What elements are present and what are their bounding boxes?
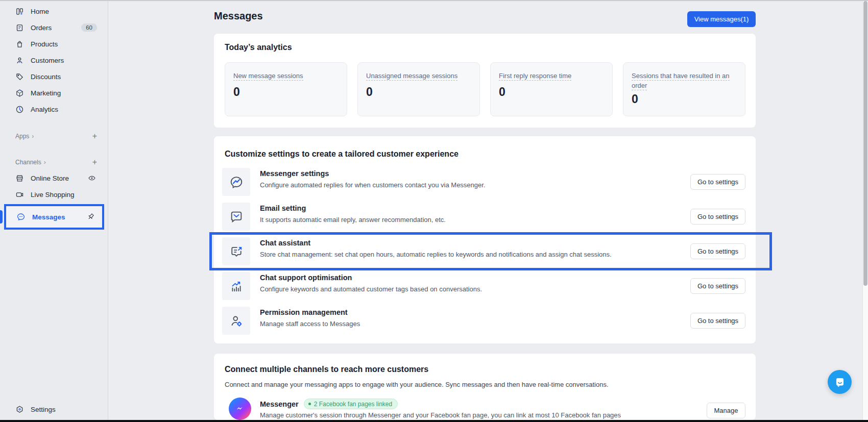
go-to-settings-button[interactable]: Go to settings bbox=[690, 278, 745, 294]
sidebar-item-live-shopping[interactable]: Live Shopping bbox=[0, 186, 108, 203]
visibility-eye-icon[interactable] bbox=[88, 174, 96, 182]
discounts-icon bbox=[15, 72, 24, 81]
stat-label: Sessions that have resulted in an order bbox=[632, 72, 730, 90]
connect-channels-card: Connect multiple channels to reach more … bbox=[214, 354, 756, 420]
go-to-settings-button[interactable]: Go to settings bbox=[690, 243, 745, 259]
setting-row-email-setting: Email setting It supports automatic emai… bbox=[222, 203, 748, 231]
channel-name: Messenger bbox=[260, 400, 299, 408]
sidebar-item-label: Orders bbox=[31, 24, 52, 32]
sidebar-item-label: Discounts bbox=[31, 73, 61, 81]
customize-settings-card: Customize settings to create a tailored … bbox=[214, 136, 756, 343]
stat-label: Unassigned message sessions bbox=[366, 72, 457, 81]
setting-title: Messenger settings bbox=[260, 169, 648, 178]
products-icon bbox=[15, 40, 24, 48]
setting-row-text: Permission management Manage staff acces… bbox=[260, 308, 648, 328]
sidebar-item-customers[interactable]: Customers bbox=[0, 52, 108, 68]
window-top-edge bbox=[0, 0, 868, 1]
add-app-button[interactable]: + bbox=[92, 132, 97, 140]
active-nav-indicator bbox=[0, 210, 3, 224]
setting-row-permission-management: Permission management Manage staff acces… bbox=[222, 307, 748, 335]
chat-launcher-button[interactable] bbox=[828, 370, 852, 394]
setting-row-text: Messenger settings Configure automated r… bbox=[260, 169, 648, 189]
channel-row-messenger: Messenger 2 Facebook fan pages linked Ma… bbox=[222, 395, 748, 420]
storefront-icon bbox=[15, 174, 24, 183]
sidebar-section-channels[interactable]: Channels › + bbox=[0, 156, 108, 168]
setting-title: Permission management bbox=[260, 308, 648, 316]
connect-card-description: Connect and manage your messaging apps t… bbox=[225, 381, 609, 388]
sidebar-item-label: Live Shopping bbox=[31, 191, 75, 198]
manage-button[interactable]: Manage bbox=[707, 403, 745, 418]
customers-icon bbox=[15, 56, 24, 65]
sidebar-item-online-store[interactable]: Online Store bbox=[0, 170, 108, 186]
pin-icon[interactable] bbox=[86, 213, 95, 221]
sidebar-section-apps[interactable]: Apps › + bbox=[0, 130, 108, 142]
setting-row-chat-assistant: Chat assistant Store chat management: se… bbox=[222, 237, 748, 266]
email-reply-icon bbox=[222, 203, 250, 231]
video-camera-icon bbox=[15, 190, 24, 199]
setting-description: It supports automatic email reply, answe… bbox=[260, 216, 648, 224]
trend-chart-icon bbox=[222, 272, 250, 300]
setting-description: Configure automated replies for when cus… bbox=[260, 181, 648, 189]
sidebar-item-discounts[interactable]: Discounts bbox=[0, 68, 108, 85]
messenger-outline-icon bbox=[222, 168, 250, 196]
window-bottom-edge bbox=[0, 420, 868, 422]
go-to-settings-button[interactable]: Go to settings bbox=[690, 209, 745, 225]
chevron-right-icon: › bbox=[32, 133, 34, 140]
green-dot-icon bbox=[308, 403, 311, 405]
sidebar-item-products[interactable]: Products bbox=[0, 36, 108, 52]
sidebar-item-marketing[interactable]: Marketing bbox=[0, 85, 108, 101]
setting-row-text: Chat support optimisation Configure keyw… bbox=[260, 274, 648, 293]
sidebar-item-settings[interactable]: Settings bbox=[0, 401, 108, 417]
setting-title: Chat support optimisation bbox=[260, 274, 648, 282]
analytics-icon bbox=[15, 105, 24, 114]
customize-card-title: Customize settings to create a tailored … bbox=[225, 150, 459, 159]
orders-count-badge: 60 bbox=[81, 23, 97, 32]
person-gear-icon bbox=[222, 307, 250, 335]
sidebar-item-label: Marketing bbox=[31, 89, 61, 97]
view-messages-button[interactable]: View messages(1) bbox=[687, 11, 756, 27]
sidebar-item-home[interactable]: Home bbox=[0, 3, 108, 19]
connect-card-title: Connect multiple channels to reach more … bbox=[225, 365, 428, 374]
add-channel-button[interactable]: + bbox=[92, 158, 97, 166]
chevron-right-icon: › bbox=[44, 159, 46, 166]
analytics-card-title: Today’s analytics bbox=[225, 43, 292, 52]
setting-description: Store chat management: set chat open hou… bbox=[260, 251, 648, 258]
sidebar: Home Orders 60 Products Customers Discou… bbox=[0, 0, 108, 422]
stat-new-message-sessions[interactable]: New message sessions 0 bbox=[225, 62, 347, 116]
home-icon bbox=[15, 7, 24, 16]
sidebar-item-orders[interactable]: Orders 60 bbox=[0, 19, 108, 36]
go-to-settings-button[interactable]: Go to settings bbox=[690, 313, 745, 329]
setting-description: Manage staff access to Messages bbox=[260, 320, 648, 328]
chat-assistant-icon bbox=[222, 237, 250, 265]
stat-label: New message sessions bbox=[233, 72, 303, 81]
sidebar-item-label: Customers bbox=[31, 57, 64, 64]
stat-value: 0 bbox=[366, 85, 471, 99]
stat-unassigned-message-sessions[interactable]: Unassigned message sessions 0 bbox=[357, 62, 480, 116]
sidebar-item-analytics[interactable]: Analytics bbox=[0, 101, 108, 117]
messenger-logo-icon bbox=[229, 398, 251, 420]
stat-value: 0 bbox=[233, 85, 339, 99]
analytics-card: Today’s analytics New message sessions 0… bbox=[214, 34, 756, 128]
stat-first-reply-response-time[interactable]: First reply response time 0 bbox=[490, 62, 613, 116]
chat-bubble-icon bbox=[16, 212, 26, 221]
sidebar-item-label: Online Store bbox=[31, 175, 69, 182]
linked-pages-badge: 2 Facebook fan pages linked bbox=[304, 399, 398, 409]
sidebar-item-label: Home bbox=[31, 8, 49, 15]
scrollbar-thumb[interactable] bbox=[863, 1, 867, 286]
go-to-settings-button[interactable]: Go to settings bbox=[690, 174, 745, 190]
gear-icon bbox=[15, 405, 24, 414]
sidebar-item-label: Settings bbox=[31, 406, 56, 413]
setting-row-messenger-settings: Messenger settings Configure automated r… bbox=[222, 168, 748, 196]
chat-launcher-icon bbox=[833, 376, 847, 389]
sidebar-item-label: Messages bbox=[32, 213, 65, 221]
sidebar-item-messages[interactable]: Messages bbox=[4, 204, 104, 230]
sidebar-item-label: Analytics bbox=[31, 106, 58, 113]
setting-row-text: Email setting It supports automatic emai… bbox=[260, 204, 648, 224]
stat-sessions-resulted-in-order[interactable]: Sessions that have resulted in an order … bbox=[623, 62, 745, 116]
orders-icon bbox=[15, 23, 24, 32]
setting-title: Email setting bbox=[260, 204, 648, 212]
sidebar-item-label: Products bbox=[31, 40, 58, 48]
stat-value: 0 bbox=[499, 85, 604, 99]
vertical-scrollbar[interactable] bbox=[862, 0, 868, 420]
apps-section-label: Apps bbox=[15, 133, 29, 140]
